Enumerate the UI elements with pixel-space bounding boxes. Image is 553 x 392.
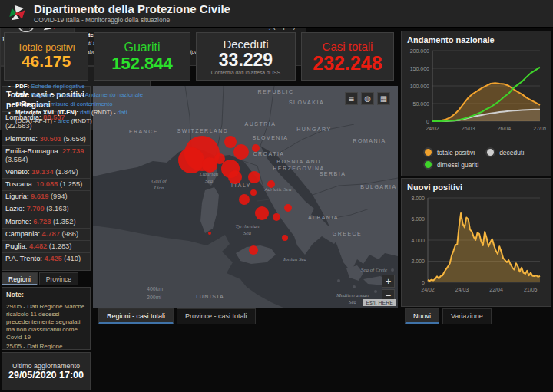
link[interactable]: dati xyxy=(80,109,90,116)
x-tick-label: 26/04 xyxy=(498,126,512,131)
tab-regioni-casi-totali[interactable]: Regioni - casi totali xyxy=(98,308,174,324)
chart-title: Nuovi positivi xyxy=(402,179,551,192)
map-country-label: HUNGARY xyxy=(296,127,331,132)
region-row-campania[interactable]: Campania: 4.787 (986) xyxy=(2,229,90,241)
protezione-civile-logo-icon xyxy=(6,4,28,24)
map-case-bubble[interactable] xyxy=(228,170,242,184)
map-case-bubble[interactable] xyxy=(267,180,275,188)
y-tick-label: 150.000 xyxy=(410,66,429,71)
note-line: 29/05 - Dati Regione Marche ricalcolo 11… xyxy=(6,303,86,341)
map-sea-label: Sea xyxy=(205,178,214,184)
map-case-bubble[interactable] xyxy=(255,206,269,220)
map-country-label: TUNISIA xyxy=(195,294,224,299)
andamento-chart[interactable]: 200.000150.000100.00050.000024/0226/0326… xyxy=(402,44,546,143)
x-tick-label: 27/05 xyxy=(533,126,546,131)
legend-item-totale-positivi: totale positivi xyxy=(423,147,475,157)
stat-label: Deceduti xyxy=(197,38,295,51)
chart-legend: totale positividecedutidimessi guariti xyxy=(402,146,551,170)
y-tick-label: 4.000 xyxy=(411,238,425,243)
note-line: 25/05 - Dati Regione Sardegna ricalcolat… xyxy=(6,343,86,350)
map-country-label: ROMANIA xyxy=(353,138,386,143)
link[interactable]: aree xyxy=(58,117,70,124)
link[interactable]: aree misure di contenimento xyxy=(37,100,112,107)
link[interactable]: Andamento nazionale xyxy=(85,91,143,98)
tab-province[interactable]: Province xyxy=(39,272,78,285)
globe-icon[interactable]: ◍ xyxy=(361,92,374,105)
covid-dashboard: Dipartimento della Protezione Civile COV… xyxy=(0,0,553,392)
last-update-panel: Ultimo aggiornamento 29/05/2020 17:00 xyxy=(2,352,91,390)
zoom-in-button[interactable]: + xyxy=(382,275,395,288)
map-sea-label: Mediterranean xyxy=(336,292,369,298)
map-case-bubble[interactable] xyxy=(224,136,237,148)
map-sea-label: Sea xyxy=(243,230,252,236)
y-tick-label: 6.000 xyxy=(411,216,425,222)
download-list: PDF: Schede riepilogativeCSV: Regioni - … xyxy=(6,82,144,125)
map-case-bubble[interactable] xyxy=(233,144,249,160)
region-row-veneto[interactable]: Veneto: 19.134 (1.849) xyxy=(2,166,90,179)
y-tick-label: 2.000 xyxy=(411,259,425,264)
map-case-bubble[interactable] xyxy=(284,204,292,212)
download-item: Shape: aree misure di contenimento xyxy=(6,100,144,108)
map-case-bubble[interactable] xyxy=(208,232,211,235)
last-update-value: 29/05/2020 17:00 xyxy=(2,370,90,380)
map-case-bubble[interactable] xyxy=(282,235,288,241)
chart-tabs: Nuovi Variazione xyxy=(405,308,492,324)
y-tick-label: 200.000 xyxy=(410,48,429,54)
tab-variazione[interactable]: Variazione xyxy=(442,308,492,324)
map-case-bubble[interactable] xyxy=(239,194,250,205)
legend-item-dimessi-guariti: dimessi guariti xyxy=(423,160,478,170)
x-tick-label: 24/03 xyxy=(455,287,469,292)
map-case-bubble[interactable] xyxy=(250,189,257,196)
regions-list: Lombardia: 88.537 (22.683)Piemonte: 30.5… xyxy=(2,112,90,265)
map-country-label: ALBANIA xyxy=(308,215,339,220)
map-case-bubble[interactable] xyxy=(273,213,280,221)
notes-panel[interactable]: Note: 29/05 - Dati Regione Marche ricalc… xyxy=(2,287,91,350)
stat-value: 152.844 xyxy=(94,54,190,72)
nuovi-positivi-chart[interactable]: 8.0006.0004.0002.000024/0224/0322/0421/0… xyxy=(402,192,546,299)
region-row-p-a-trento[interactable]: P.A. Trento: 4.425 (410) xyxy=(2,253,90,265)
map-toolbar: ≣ ◍ ▦ xyxy=(345,92,390,105)
link[interactable]: Province xyxy=(57,91,80,98)
map-sea-label: Sea of Crete xyxy=(361,267,387,273)
map-case-bubble[interactable] xyxy=(178,147,204,173)
tab-province-casi-totali[interactable]: Province - casi totali xyxy=(177,308,256,324)
legend-dot-icon xyxy=(423,160,433,170)
map-country-label: CROATIA xyxy=(253,151,284,156)
map-country-label: SWITZERLAND xyxy=(177,128,229,133)
map-case-bubble[interactable] xyxy=(252,144,260,152)
x-tick-label: 22/04 xyxy=(489,287,503,292)
map-country-label: GREECE xyxy=(333,231,363,236)
region-row-emilia-romagna[interactable]: Emilia-Romagna: 27.739 (3.564) xyxy=(2,146,90,166)
y-tick-label: 0 xyxy=(426,119,429,124)
map-case-bubble[interactable] xyxy=(249,245,258,255)
basemap-grid-icon[interactable]: ▦ xyxy=(377,92,390,105)
region-row-liguria[interactable]: Liguria: 9.619 (994) xyxy=(2,191,90,203)
map-case-bubble[interactable] xyxy=(214,153,225,164)
x-tick-label: 21/05 xyxy=(524,287,538,292)
link[interactable]: dati xyxy=(118,109,127,116)
link[interactable]: Schede riepilogative xyxy=(31,83,84,90)
region-row-puglia[interactable]: Puglia: 4.482 (1.283) xyxy=(2,241,90,253)
map-sea-label: Tyrrhenian xyxy=(236,223,260,229)
map-country-label: AUSTRIA xyxy=(245,121,276,127)
map-scale: 400km200mi xyxy=(147,285,163,301)
stat-label: Totale positivi xyxy=(5,42,88,53)
legend-icon[interactable]: ≣ xyxy=(345,92,358,105)
nuovi-positivi-panel: Nuovi positivi 8.0006.0004.0002.000024/0… xyxy=(401,178,551,307)
stat-value: 232.248 xyxy=(302,53,393,73)
region-row-marche[interactable]: Marche: 6.723 (1.352) xyxy=(2,216,90,229)
region-row-piemonte[interactable]: Piemonte: 30.501 (5.658) xyxy=(2,133,90,146)
y-tick-label: 100.000 xyxy=(410,84,429,89)
stat-label: Guariti xyxy=(94,41,190,54)
region-row-lazio[interactable]: Lazio: 7.709 (3.163) xyxy=(2,203,90,216)
region-row-toscana[interactable]: Toscana: 10.085 (1.255) xyxy=(2,179,90,191)
notes-title: Note: xyxy=(6,291,86,298)
tab-regioni[interactable]: Regioni xyxy=(2,272,38,285)
tab-nuovi[interactable]: Nuovi xyxy=(405,308,439,324)
map-attribution: Esri, HERE xyxy=(363,299,396,306)
map-sea-label: Lion xyxy=(154,185,164,191)
chart-title: Andamento nazionale xyxy=(402,31,551,44)
link[interactable]: Regioni xyxy=(31,91,51,98)
stat-label: Casi totali xyxy=(302,40,393,53)
map-case-bubble[interactable] xyxy=(248,171,260,183)
